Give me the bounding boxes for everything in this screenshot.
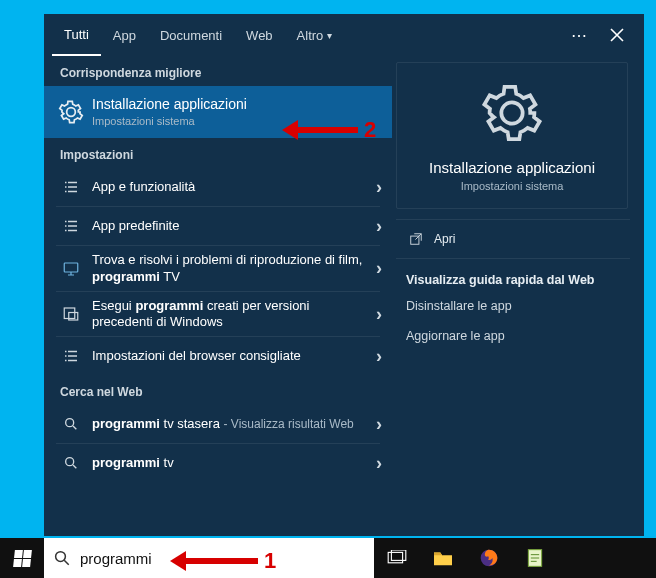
tab-app[interactable]: App bbox=[101, 14, 148, 56]
app-button[interactable] bbox=[512, 538, 558, 578]
search-icon bbox=[58, 411, 84, 437]
task-view-icon bbox=[387, 550, 407, 566]
preview-open-action[interactable]: Apri bbox=[396, 219, 630, 259]
svg-point-6 bbox=[56, 552, 66, 562]
best-match-sub: Impostazioni sistema bbox=[92, 115, 382, 129]
list-icon bbox=[58, 213, 84, 239]
chevron-right-icon: › bbox=[376, 304, 382, 325]
svg-rect-8 bbox=[391, 550, 405, 560]
section-web: Cerca nel Web bbox=[44, 375, 392, 405]
svg-rect-0 bbox=[64, 263, 78, 272]
svg-point-3 bbox=[66, 419, 74, 427]
section-best-match: Corrispondenza migliore bbox=[44, 56, 392, 86]
search-icon bbox=[58, 450, 84, 476]
open-icon bbox=[406, 232, 426, 246]
firefox-button[interactable] bbox=[466, 538, 512, 578]
windows-logo-icon bbox=[13, 550, 32, 567]
preview-open-label: Apri bbox=[434, 232, 455, 246]
close-icon bbox=[610, 28, 624, 42]
settings-result-2[interactable]: Trova e risolvi i problemi di riproduzio… bbox=[44, 246, 392, 291]
preview-card: Installazione applicazioni Impostazioni … bbox=[396, 62, 628, 209]
tab-all[interactable]: Tutti bbox=[52, 14, 101, 56]
gear-icon bbox=[58, 99, 84, 125]
preview-web-link-1[interactable]: Aggiornare le app bbox=[396, 321, 630, 351]
tab-web[interactable]: Web bbox=[234, 14, 285, 56]
svg-point-4 bbox=[66, 458, 74, 466]
document-icon bbox=[526, 548, 544, 568]
tab-documents[interactable]: Documenti bbox=[148, 14, 234, 56]
compat-icon bbox=[58, 301, 84, 327]
preview-web-heading: Visualizza guida rapida dal Web bbox=[396, 259, 630, 291]
best-match-title: Installazione applicazioni bbox=[92, 96, 382, 114]
folder-icon bbox=[432, 549, 454, 567]
chevron-right-icon: › bbox=[376, 258, 382, 279]
chevron-right-icon: › bbox=[376, 346, 382, 367]
tab-more[interactable]: Altro ▾ bbox=[285, 14, 345, 56]
svg-rect-7 bbox=[388, 552, 402, 562]
start-button[interactable] bbox=[0, 538, 44, 578]
preview-title: Installazione applicazioni bbox=[407, 159, 617, 176]
gear-icon bbox=[407, 81, 617, 145]
preview-web-link-0[interactable]: Disinstallare le app bbox=[396, 291, 630, 321]
settings-result-4[interactable]: Impostazioni del browser consigliate › bbox=[44, 337, 392, 375]
settings-result-0[interactable]: App e funzionalità › bbox=[44, 168, 392, 206]
results-column: Corrispondenza migliore Installazione ap… bbox=[44, 56, 392, 536]
best-match-result[interactable]: Installazione applicazioni Impostazioni … bbox=[44, 86, 392, 138]
file-explorer-button[interactable] bbox=[420, 538, 466, 578]
web-result-0[interactable]: programmi tv stasera - Visualizza risult… bbox=[44, 405, 392, 443]
browser-settings-icon bbox=[58, 343, 84, 369]
monitor-icon bbox=[58, 256, 84, 282]
settings-result-1[interactable]: App predefinite › bbox=[44, 207, 392, 245]
preview-sub: Impostazioni sistema bbox=[407, 180, 617, 192]
taskbar-search-box[interactable] bbox=[44, 538, 374, 578]
chevron-down-icon: ▾ bbox=[327, 30, 332, 41]
preview-column: Installazione applicazioni Impostazioni … bbox=[392, 56, 644, 536]
task-view-button[interactable] bbox=[374, 538, 420, 578]
settings-result-3[interactable]: Esegui programmi creati per versioni pre… bbox=[44, 292, 392, 337]
svg-rect-1 bbox=[64, 308, 75, 319]
start-search-panel: Tutti App Documenti Web Altro ▾ ⋯ Corris… bbox=[44, 14, 644, 536]
chevron-right-icon: › bbox=[376, 177, 382, 198]
search-icon bbox=[44, 549, 80, 567]
chevron-right-icon: › bbox=[376, 216, 382, 237]
taskbar-icons bbox=[374, 538, 558, 578]
close-button[interactable] bbox=[598, 15, 636, 55]
search-tabs: Tutti App Documenti Web Altro ▾ ⋯ bbox=[44, 14, 644, 56]
firefox-icon bbox=[479, 548, 499, 568]
more-options-button[interactable]: ⋯ bbox=[560, 15, 598, 55]
section-settings: Impostazioni bbox=[44, 138, 392, 168]
list-icon bbox=[58, 174, 84, 200]
chevron-right-icon: › bbox=[376, 414, 382, 435]
chevron-right-icon: › bbox=[376, 453, 382, 474]
search-input[interactable] bbox=[80, 538, 374, 578]
taskbar bbox=[0, 538, 656, 578]
web-result-1[interactable]: programmi tv › bbox=[44, 444, 392, 482]
